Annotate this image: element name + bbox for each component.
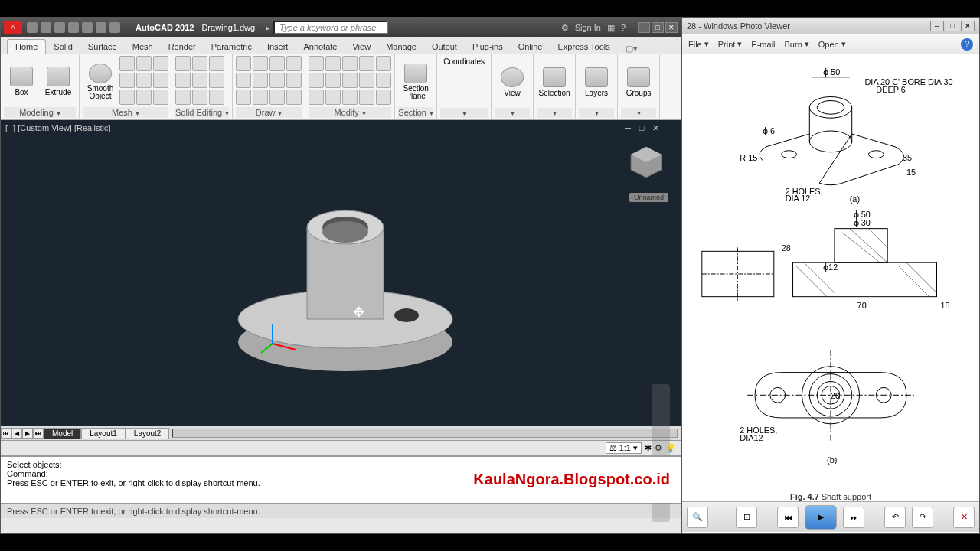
panel-section: Section Plane Section ▾ xyxy=(395,54,437,119)
help-icon[interactable]: ? xyxy=(961,38,973,51)
viewport-minimize-icon[interactable]: ─ xyxy=(622,123,633,134)
coordinates-label: Coordinates xyxy=(440,56,488,67)
panel-label-modeling: Modeling xyxy=(19,108,54,117)
svg-rect-30 xyxy=(835,229,887,263)
pv-minimize-button[interactable]: ─ xyxy=(930,21,944,31)
infocenter-icon[interactable]: ⚙ xyxy=(561,23,569,33)
viewcube[interactable] xyxy=(627,143,665,181)
smooth-object-button[interactable]: Smooth Object xyxy=(83,56,118,107)
svg-text:ϕ12: ϕ12 xyxy=(823,262,838,272)
hscrollbar[interactable] xyxy=(172,429,678,438)
tab-render[interactable]: Render xyxy=(161,40,204,54)
tab-manage[interactable]: Manage xyxy=(378,40,424,54)
tab-next-icon[interactable]: ▶ xyxy=(22,428,33,439)
drawing-status-bar: ⚖ 1:1 ▾ ✱ ⚙ 💡 xyxy=(1,440,681,455)
viewport[interactable]: [‒] [Custom View] [Realistic] ─ □ ✕ ✥ Un… xyxy=(1,120,681,426)
viewport-label[interactable]: [‒] [Custom View] [Realistic] xyxy=(5,123,111,133)
svg-text:20: 20 xyxy=(831,391,840,400)
menu-burn[interactable]: Burn ▾ xyxy=(785,39,809,49)
print-icon[interactable] xyxy=(82,22,93,33)
tab-first-icon[interactable]: ⏮ xyxy=(1,428,11,439)
tab-prev-icon[interactable]: ◀ xyxy=(11,428,22,439)
redo-icon[interactable] xyxy=(109,22,120,33)
sign-in-button[interactable]: Sign In xyxy=(575,23,601,32)
panel-mesh: Smooth Object Mesh ▾ xyxy=(80,54,172,119)
box-button[interactable]: Box xyxy=(4,56,39,107)
tab-online[interactable]: Online xyxy=(511,40,550,54)
saveas-icon[interactable] xyxy=(68,22,79,33)
menu-print[interactable]: Print ▾ xyxy=(718,39,743,49)
svg-text:35: 35 xyxy=(903,153,912,162)
tab-parametric[interactable]: Parametric xyxy=(204,40,260,54)
viewcube-label[interactable]: Unnamed xyxy=(629,193,668,202)
quick-access-toolbar xyxy=(27,22,120,33)
svg-text:70: 70 xyxy=(858,301,867,310)
tab-view[interactable]: View xyxy=(345,40,378,54)
extrude-button[interactable]: Extrude xyxy=(41,56,76,107)
undo-icon[interactable] xyxy=(96,22,106,33)
close-button[interactable]: ✕ xyxy=(665,22,678,33)
3d-model-render xyxy=(230,166,460,396)
panel-modify: Modify ▾ xyxy=(305,54,395,119)
tab-surface[interactable]: Surface xyxy=(80,40,125,54)
svg-point-13 xyxy=(809,131,851,152)
tab-layout1[interactable]: Layout1 xyxy=(81,428,126,439)
prev-button[interactable]: ⏮ xyxy=(777,507,799,528)
svg-text:DIA12: DIA12 xyxy=(740,433,763,442)
tab-layout2[interactable]: Layout2 xyxy=(126,428,170,439)
groups-button[interactable]: Groups xyxy=(621,56,656,108)
tab-express[interactable]: Express Tools xyxy=(550,40,617,54)
tab-last-icon[interactable]: ⏭ xyxy=(33,428,44,439)
svg-line-7 xyxy=(261,344,273,353)
selection-button[interactable]: Selection xyxy=(537,56,572,108)
exchange-icon[interactable]: ▦ xyxy=(607,23,615,33)
tab-solid[interactable]: Solid xyxy=(46,40,80,54)
menu-email[interactable]: E-mail xyxy=(751,40,775,49)
pv-close-button[interactable]: ✕ xyxy=(961,21,975,31)
zoom-out-button[interactable]: 🔍 xyxy=(687,507,708,528)
tab-plugins[interactable]: Plug-ins xyxy=(465,40,511,54)
tab-mesh[interactable]: Mesh xyxy=(125,40,161,54)
next-button[interactable]: ⏭ xyxy=(843,507,864,528)
help-icon[interactable]: ? xyxy=(621,23,626,32)
maximize-button[interactable]: □ xyxy=(652,22,664,33)
menu-file[interactable]: File ▾ xyxy=(688,39,709,49)
svg-line-6 xyxy=(273,344,296,350)
svg-rect-31 xyxy=(793,262,937,297)
panel-groups: Groups▾ xyxy=(618,54,660,119)
open-icon[interactable] xyxy=(41,22,51,33)
search-input[interactable] xyxy=(273,21,388,34)
ribbon-collapse-icon[interactable]: ▢▾ xyxy=(626,44,638,54)
viewport-close-icon[interactable]: ✕ xyxy=(650,123,661,134)
rotate-ccw-button[interactable]: ↶ xyxy=(884,507,906,528)
dropdown-icon[interactable]: ▸ xyxy=(266,23,270,33)
annotation-visibility-icon[interactable]: ✱ xyxy=(645,443,652,453)
annotation-scale[interactable]: ⚖ 1:1 ▾ xyxy=(606,442,642,454)
app-menu-button[interactable]: A xyxy=(4,21,22,34)
viewport-maximize-icon[interactable]: □ xyxy=(636,123,647,134)
new-icon[interactable] xyxy=(27,22,38,33)
minimize-button[interactable]: ─ xyxy=(638,22,650,33)
svg-text:R 15: R 15 xyxy=(740,153,757,162)
menu-open[interactable]: Open ▾ xyxy=(818,39,846,49)
tab-annotate[interactable]: Annotate xyxy=(296,40,345,54)
pv-maximize-button[interactable]: □ xyxy=(946,21,959,31)
panel-selection: Selection▾ xyxy=(534,54,576,119)
tab-insert[interactable]: Insert xyxy=(260,40,296,54)
ribbon-tabs: Home Solid Surface Mesh Render Parametri… xyxy=(1,37,681,54)
tab-model[interactable]: Model xyxy=(44,428,81,439)
delete-button[interactable]: ✕ xyxy=(953,507,975,528)
save-icon[interactable] xyxy=(54,22,65,33)
layers-button[interactable]: Layers xyxy=(579,56,614,108)
watermark: KaulaNgora.Blogspot.co.id xyxy=(473,471,670,488)
view-button[interactable]: View xyxy=(495,56,530,108)
fit-button[interactable]: ⊡ xyxy=(736,507,757,528)
command-window[interactable]: Select objects: Command: Press ESC or EN… xyxy=(1,455,681,503)
slideshow-button[interactable]: ▶ xyxy=(805,505,837,530)
rotate-cw-button[interactable]: ↷ xyxy=(912,507,933,528)
tab-home[interactable]: Home xyxy=(7,39,46,54)
section-plane-button[interactable]: Section Plane xyxy=(398,56,433,107)
svg-text:ϕ 30: ϕ 30 xyxy=(854,218,871,227)
tab-output[interactable]: Output xyxy=(424,40,465,54)
svg-line-44 xyxy=(906,262,937,293)
